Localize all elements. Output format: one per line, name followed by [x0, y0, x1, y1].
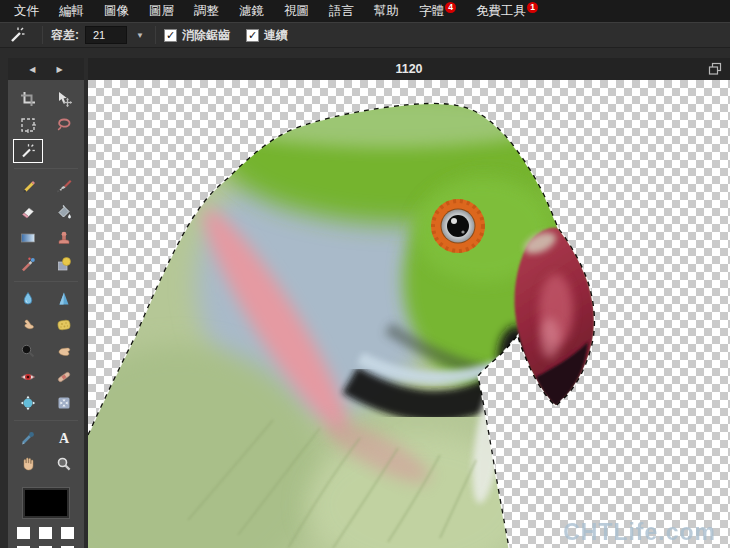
tool-type[interactable]: A — [49, 426, 79, 450]
color-swatch[interactable] — [61, 527, 74, 539]
magnifier-icon — [56, 456, 72, 472]
tool-row — [8, 86, 84, 112]
menu-adjustment[interactable]: 調整 — [184, 0, 229, 22]
marquee-selection-icon — [20, 117, 36, 133]
tool-blur[interactable] — [13, 287, 43, 311]
menu-view[interactable]: 視圖 — [274, 0, 319, 22]
tolerance-dropdown-arrow-icon[interactable]: ▼ — [133, 31, 147, 40]
clone-stamp-icon — [56, 230, 72, 246]
tool-sponge[interactable] — [49, 313, 79, 337]
contiguous-label: 連續 — [264, 27, 288, 44]
menu-fonts-label: 字體 — [419, 4, 444, 18]
tool-clone-stamp[interactable] — [49, 226, 79, 250]
gradient-icon — [20, 230, 36, 246]
tool-zoom[interactable] — [49, 452, 79, 476]
tool-heal[interactable] — [49, 365, 79, 389]
fill-bucket-icon — [56, 204, 72, 220]
crop-icon — [20, 91, 36, 107]
red-eye-icon — [20, 369, 36, 385]
tool-row — [8, 286, 84, 312]
options-separator — [155, 26, 156, 44]
menu-free-tools-label: 免費工具 — [476, 4, 526, 18]
tool-shape[interactable] — [49, 252, 79, 276]
tool-row — [8, 112, 84, 138]
tool-fill[interactable] — [49, 200, 79, 224]
eraser-icon — [20, 204, 36, 220]
check-icon: ✓ — [248, 30, 257, 41]
tool-pinch[interactable] — [49, 391, 79, 415]
tool-move[interactable] — [49, 87, 79, 111]
tool-sharpen[interactable] — [49, 287, 79, 311]
tool-bloat[interactable] — [13, 391, 43, 415]
tool-magic-wand[interactable] — [13, 139, 43, 163]
main-area: ◀ ▶ — [0, 48, 730, 548]
tool-brush[interactable] — [49, 174, 79, 198]
tool-eraser[interactable] — [13, 200, 43, 224]
menu-file[interactable]: 文件 — [4, 0, 49, 22]
tool-gradient[interactable] — [13, 226, 43, 250]
collapse-right-arrow-icon[interactable]: ▶ — [57, 65, 63, 74]
left-column: ◀ ▶ — [0, 48, 88, 548]
menu-help[interactable]: 幫助 — [364, 0, 409, 22]
smudge-finger-icon — [20, 317, 36, 333]
paintbrush-icon — [56, 178, 72, 194]
tool-row — [8, 138, 84, 164]
tolerance-input[interactable]: 21 — [85, 26, 127, 44]
canvas[interactable]: CHTLife.com — [88, 80, 730, 548]
toolbar-collapse-nav: ◀ ▶ — [8, 58, 84, 80]
tool-row — [8, 364, 84, 390]
eyedropper-icon — [20, 430, 36, 446]
fonts-count-badge: 4 — [445, 2, 456, 13]
contiguous-checkbox[interactable]: ✓ — [246, 29, 259, 42]
check-icon: ✓ — [166, 30, 175, 41]
bandaid-icon — [56, 369, 72, 385]
image-title: 1120 — [395, 62, 422, 76]
tool-red-eye[interactable] — [13, 365, 43, 389]
menu-language[interactable]: 語言 — [319, 0, 364, 22]
tool-pencil[interactable] — [13, 174, 43, 198]
tool-row: A — [8, 425, 84, 451]
tool-group-separator — [14, 281, 78, 282]
tolerance-label: 容差: — [51, 27, 79, 44]
photo-editor-app: 文件 編輯 圖像 圖層 調整 濾鏡 視圖 語言 幫助 字體4 免費工具1 容差:… — [0, 0, 730, 548]
menu-layer[interactable]: 圖層 — [139, 0, 184, 22]
color-replace-brush-icon — [20, 256, 36, 272]
magic-wand-icon — [20, 143, 36, 159]
options-separator — [42, 26, 43, 44]
tool-marquee[interactable] — [13, 113, 43, 137]
color-swatch[interactable] — [17, 527, 30, 539]
svg-text:A: A — [59, 431, 70, 446]
tool-row — [8, 390, 84, 416]
lasso-icon — [56, 117, 72, 133]
tool-hand[interactable] — [13, 452, 43, 476]
shape-tool-icon — [56, 256, 72, 272]
menu-edit[interactable]: 編輯 — [49, 0, 94, 22]
restore-window-icon[interactable] — [708, 62, 723, 76]
tool-row — [8, 451, 84, 477]
burn-hand-icon — [56, 343, 72, 359]
menu-filter[interactable]: 濾鏡 — [229, 0, 274, 22]
tool-lasso[interactable] — [49, 113, 79, 137]
type-tool-icon: A — [56, 430, 72, 446]
tool-crop[interactable] — [13, 87, 43, 111]
menu-image[interactable]: 圖像 — [94, 0, 139, 22]
collapse-left-arrow-icon[interactable]: ◀ — [29, 65, 35, 74]
primary-color-swatch[interactable] — [23, 488, 69, 518]
antialias-checkbox[interactable]: ✓ — [164, 29, 177, 42]
menu-free-tools[interactable]: 免費工具1 — [466, 0, 548, 22]
color-swatch[interactable] — [39, 527, 52, 539]
tool-smudge[interactable] — [13, 313, 43, 337]
menu-fonts[interactable]: 字體4 — [409, 0, 466, 22]
tool-burn[interactable] — [49, 339, 79, 363]
tool-group-separator — [14, 168, 78, 169]
tool-options-bar: 容差: 21 ▼ ✓ 消除鋸齒 ✓ 連續 — [0, 22, 730, 48]
tool-eyedropper[interactable] — [13, 426, 43, 450]
pencil-icon — [20, 178, 36, 194]
move-cursor-icon — [56, 91, 72, 107]
blur-drop-icon — [20, 291, 36, 307]
free-tools-count-badge: 1 — [527, 2, 538, 13]
tool-color-replace[interactable] — [13, 252, 43, 276]
image-window-title-bar: 1120 — [88, 58, 730, 80]
tool-dodge[interactable] — [13, 339, 43, 363]
tool-row — [8, 338, 84, 364]
